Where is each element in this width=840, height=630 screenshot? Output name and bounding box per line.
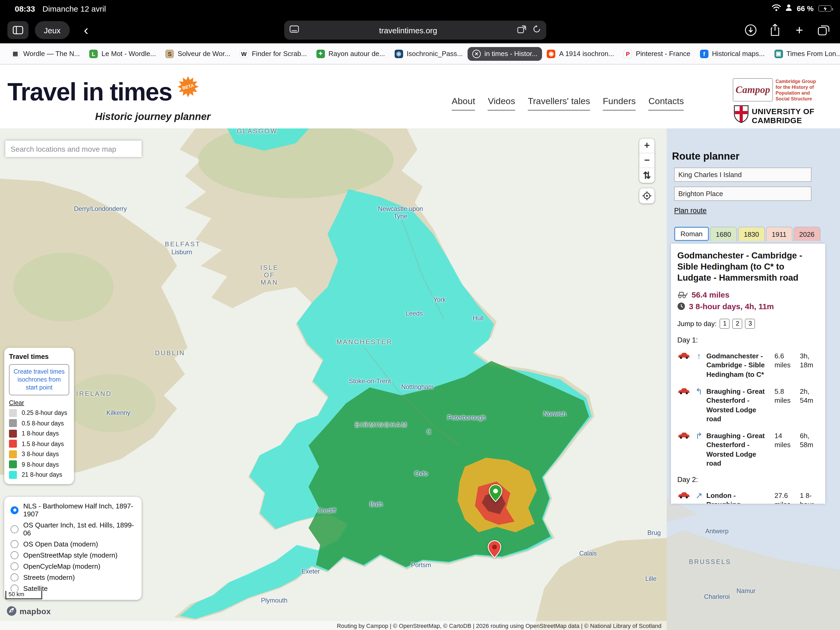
legend-swatch [9, 409, 17, 417]
bookmark-favicon-icon: P [624, 49, 632, 58]
itinerary-card: Godmanchester - Cambridge - Sible Heding… [671, 244, 825, 504]
jeux-tab-group-button[interactable]: Jeux [35, 21, 69, 39]
jump-day-button[interactable]: 2 [733, 319, 742, 329]
page-main: GLASGOWDerry/LondonderryBELFASTLisburnNe… [0, 128, 840, 630]
battery-icon [818, 5, 832, 12]
back-button[interactable]: ‹ [77, 20, 95, 40]
nav-link[interactable]: Videos [488, 96, 515, 111]
era-tab[interactable]: 1911 [766, 227, 793, 241]
pitch-toggle-button[interactable]: ⇅ [639, 168, 655, 183]
layer-option[interactable]: Streets (modern) [11, 573, 135, 581]
era-tab[interactable]: Roman [674, 227, 709, 241]
reload-icon[interactable] [532, 25, 541, 35]
bookmark-item[interactable]: S Solveur de Wor... [161, 47, 235, 60]
zoom-out-button[interactable]: − [639, 153, 655, 168]
leg-time: 1 8-hour day, 5h, [800, 491, 823, 504]
legend-swatch [9, 419, 17, 427]
jump-day-button[interactable]: 1 [720, 319, 730, 329]
beta-badge: BETA [177, 76, 199, 97]
plan-route-link[interactable]: Plan route [674, 207, 707, 215]
nav-link[interactable]: Funders [603, 96, 636, 111]
radio-icon [11, 562, 19, 570]
bookmark-item[interactable]: ▦ Wordle — The N... [6, 47, 85, 60]
page-format-icon[interactable] [289, 25, 299, 35]
nav-link[interactable]: Contacts [649, 96, 684, 111]
jump-day-button[interactable]: 3 [745, 319, 755, 329]
map-attribution[interactable]: Routing by Campop | © OpenStreetMap, © C… [0, 621, 667, 630]
map-city-label: Nottingham [401, 384, 434, 391]
bookmark-item[interactable]: P Pinterest - France [619, 47, 695, 60]
route-leg[interactable]: ↱ Braughing - Great Chesterford - Worste… [677, 431, 819, 468]
map-marker[interactable] [489, 484, 502, 504]
layer-option[interactable]: NLS - Bartholomew Half Inch, 1897-1907 [11, 502, 135, 518]
zoom-controls: + − ⇅ [639, 138, 655, 183]
era-tab[interactable]: 1680 [710, 227, 737, 241]
bookmark-label: Isochronic_Pass... [407, 50, 463, 58]
panel-map-label: Charleroi [704, 593, 729, 600]
legend-item: 3 8-hour days [9, 450, 69, 458]
direction-arrow-icon: ↱ [693, 431, 705, 440]
bookmark-item[interactable]: ✕ in times - Histor... [467, 47, 542, 60]
search-input[interactable] [5, 141, 142, 157]
route-leg[interactable]: ↰ Braughing - Great Chesterford - Worste… [677, 386, 819, 424]
map-city-label: Kilkenny [106, 410, 131, 417]
bookmark-item[interactable]: L Le Mot - Wordle... [85, 47, 161, 60]
mapbox-logo[interactable]: mapbox [6, 606, 51, 616]
layer-option[interactable]: OpenStreetMap style (modern) [11, 551, 135, 559]
nav-link[interactable]: Travellers' tales [528, 96, 590, 111]
person-icon [786, 4, 792, 13]
destination-input[interactable] [674, 187, 812, 201]
university-wordmark: UNIVERSITY OFCAMBRIDGE [752, 107, 815, 125]
leg-distance: 14 miles [774, 431, 799, 450]
bookmark-label: Times From Lon... [786, 50, 840, 58]
tabs-icon[interactable] [815, 21, 833, 39]
map-canvas[interactable]: GLASGOWDerry/LondonderryBELFASTLisburnNe… [0, 128, 667, 630]
map-marker[interactable] [488, 540, 501, 560]
clear-link[interactable]: Clear [9, 399, 69, 407]
layer-option[interactable]: OS Open Data (modern) [11, 540, 135, 548]
layer-option[interactable]: OpenCycleMap (modern) [11, 562, 135, 570]
layer-option[interactable]: OS Quarter Inch, 1st ed. Hills, 1899-06 [11, 521, 135, 537]
share-icon[interactable] [766, 21, 784, 39]
battery-percent: 66 % [797, 4, 813, 13]
panel-map-label: Namur [736, 587, 755, 595]
nav-link[interactable]: About [452, 96, 475, 111]
safari-toolbar: Jeux ‹ travelintimes.org + [0, 17, 840, 43]
map-city-label: GLASGOW [237, 128, 278, 135]
map-city-label: Cardiff [317, 507, 336, 515]
campop-logo[interactable]: Campop [733, 78, 773, 101]
sidebar-toggle-button[interactable] [7, 21, 28, 39]
route-leg[interactable]: ↗ London - Braughing 27.6 miles 1 8-hour… [677, 491, 819, 504]
day-2-legs: ↗ London - Braughing 27.6 miles 1 8-hour… [677, 491, 819, 504]
era-tab[interactable]: 2026 [793, 227, 820, 241]
bookmark-item[interactable]: f Historical maps... [695, 47, 769, 60]
map-city-label: Leeds [406, 310, 423, 318]
bookmark-item[interactable]: ◉ A 1914 isochron... [542, 47, 619, 60]
new-tab-icon[interactable]: + [790, 21, 808, 39]
bookmark-item[interactable]: ✦ Rayon autour de... [312, 47, 390, 60]
route-leg[interactable]: ↑ Godmanchester - Cambridge - Sible Hedi… [677, 351, 819, 379]
radio-icon [11, 551, 19, 559]
leg-time: 6h, 58m [800, 431, 823, 450]
tab-overview-icon[interactable] [517, 25, 526, 35]
address-bar[interactable]: travelintimes.org [284, 21, 546, 40]
locate-button[interactable] [639, 188, 655, 204]
bookmark-label: Rayon autour de... [328, 50, 385, 58]
map-city-label: Portsm [411, 562, 431, 569]
legend-item: 21 8-hour days [9, 471, 69, 479]
clock: 08:33 [15, 4, 35, 13]
downloads-icon[interactable] [742, 21, 760, 39]
origin-input[interactable] [674, 168, 812, 182]
toolbar-right: + [742, 21, 833, 39]
url-text[interactable]: travelintimes.org [299, 25, 517, 35]
layer-label: OS Quarter Inch, 1st ed. Hills, 1899-06 [23, 521, 135, 537]
direction-arrow-icon: ↑ [693, 351, 705, 361]
era-tab[interactable]: 1830 [738, 227, 765, 241]
zoom-in-button[interactable]: + [639, 138, 655, 153]
travel-times-panel: Travel times Create travel times isochro… [4, 348, 74, 484]
bookmark-item[interactable]: W Finder for Scrab... [235, 47, 311, 60]
bookmark-item[interactable]: ▣ Times From Lon... [769, 47, 840, 60]
mapbox-icon [6, 606, 17, 616]
create-isochrones-link[interactable]: Create travel times isochrones from star… [9, 364, 69, 395]
bookmark-item[interactable]: ◉ Isochronic_Pass... [390, 47, 467, 60]
